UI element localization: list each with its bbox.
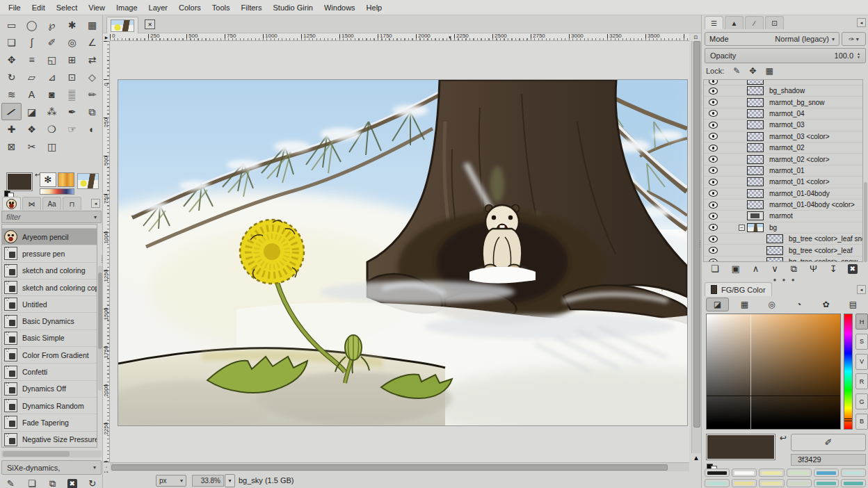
opacity-slider[interactable]: Opacity 100.0 ▲▼ — [705, 48, 866, 63]
bucket-fill-tool[interactable]: ◙ — [42, 86, 62, 103]
menu-file[interactable]: File — [3, 1, 26, 14]
dynamics-collection-select[interactable]: SiXe-dynamics, ▾ — [1, 460, 102, 475]
history-swatch[interactable] — [787, 479, 812, 487]
menu-select[interactable]: Select — [51, 1, 83, 14]
active-pattern-preview[interactable] — [58, 172, 74, 187]
zoom-dropdown-button[interactable]: ▾ — [225, 474, 235, 487]
dodge-burn-tool[interactable]: ◐ — [82, 120, 102, 138]
new-group-button[interactable]: ▣ — [730, 263, 742, 274]
visibility-eye-icon[interactable] — [709, 179, 718, 186]
navigation-button[interactable]: ▲ — [691, 453, 701, 462]
dynamics-item[interactable]: Fade Tapering — [2, 414, 97, 431]
cage-transform-tool[interactable]: ◇ — [82, 68, 102, 86]
dynamics-item[interactable]: Basic Dynamics — [2, 313, 97, 330]
tab-scales[interactable]: ▦ — [733, 298, 756, 311]
group-expander[interactable]: − — [739, 225, 745, 231]
lock-position-button[interactable]: ✥ — [749, 66, 756, 76]
visibility-eye-icon[interactable] — [709, 133, 718, 140]
layer-row[interactable]: marmot_02 — [704, 143, 862, 154]
hue-slider[interactable] — [844, 314, 853, 430]
handle-transform-tool[interactable]: ⊡ — [62, 68, 82, 86]
merge-down-button[interactable]: ↧ — [828, 263, 839, 274]
visibility-eye-icon[interactable] — [709, 190, 718, 197]
paintbrush-tool[interactable]: ∕ — [1, 103, 22, 120]
tab-paint-dynamics[interactable] — [2, 197, 21, 210]
eraser-tool[interactable]: ◪ — [22, 103, 42, 120]
panel-resize-grip[interactable]: ⋮⋮ — [697, 242, 703, 246]
history-swatch[interactable] — [814, 479, 839, 487]
foreground-color-swatch[interactable] — [6, 172, 33, 191]
v-ruler[interactable]: 02505007501000125015001750200022502500 — [103, 41, 110, 462]
dynamics-item[interactable]: Negative Size Pressure — [2, 432, 97, 448]
dynamics-item[interactable]: Untitled — [2, 296, 97, 313]
layer-mode-select[interactable]: Mode Normal (legacy) ▾ — [705, 32, 839, 46]
channel-h-button[interactable]: H — [855, 314, 868, 330]
gradient-tool[interactable]: ▒ — [62, 86, 82, 103]
tab-palette[interactable]: ✿ — [814, 298, 837, 311]
visibility-eye-icon[interactable] — [709, 167, 718, 174]
dock-menu-button[interactable]: ◂ — [857, 285, 866, 294]
dynamics-filter-input[interactable]: filter ▾ — [1, 211, 102, 223]
lock-pixels-button[interactable]: ✎ — [733, 66, 740, 76]
dock-menu-button[interactable]: ◂ — [857, 18, 866, 27]
history-swatch[interactable] — [759, 469, 784, 477]
delete-dynamics-button[interactable]: ✖ — [67, 479, 77, 488]
layer-row[interactable] — [704, 80, 862, 86]
visibility-eye-icon[interactable] — [709, 145, 718, 152]
foreground-select-tool[interactable]: ❏ — [1, 33, 22, 51]
dynamics-item[interactable]: Dynamics Off — [2, 381, 97, 398]
hex-input[interactable]: 3f3429 — [791, 454, 866, 466]
history-swatch[interactable] — [814, 469, 839, 477]
raise-layer-button[interactable]: ∧ — [750, 263, 762, 274]
dynamics-item[interactable]: pressure pen — [2, 245, 97, 262]
heal-tool[interactable]: ✚ — [1, 120, 22, 138]
zoom-level-input[interactable]: 33.8% — [192, 475, 224, 487]
text-tool[interactable]: A — [22, 86, 42, 103]
layer-row[interactable]: marmot_03 — [704, 120, 862, 131]
layer-row[interactable]: bg_tree <color>_leaf — [704, 245, 862, 256]
history-swatch[interactable] — [705, 479, 730, 487]
menu-studio-girin[interactable]: Studio Girin — [267, 1, 318, 14]
history-swatch[interactable] — [841, 469, 866, 477]
color-picker-tool[interactable]: ✐ — [42, 33, 62, 51]
menu-filters[interactable]: Filters — [236, 1, 268, 14]
tab-fgbg-color[interactable]: FG/BG Color — [705, 282, 772, 296]
new-layer-button[interactable]: ❏ — [709, 263, 721, 274]
seamless-clone-tool[interactable]: ⊠ — [1, 138, 22, 155]
tab-tool-presets[interactable]: ⊓ — [63, 197, 81, 210]
dynamics-item[interactable]: Basic Simple — [2, 330, 97, 347]
layer-row[interactable]: marmot_01-04body — [704, 188, 862, 200]
ink-tool[interactable]: ✒ — [62, 103, 82, 120]
shear-tool[interactable]: ▱ — [22, 68, 42, 86]
horizontal-scrollbar[interactable] — [110, 462, 689, 471]
history-swatch[interactable] — [732, 469, 757, 477]
pencil-tool[interactable]: ✏ — [82, 86, 102, 103]
layer-row[interactable]: marmot_01 <color> — [704, 177, 862, 188]
free-select-tool[interactable]: ℘ — [42, 16, 62, 33]
tab-dynamics[interactable]: ⊡ — [765, 16, 784, 29]
active-image-thumbnail[interactable] — [77, 173, 99, 189]
tab-watercolor[interactable]: ◎ — [760, 298, 783, 311]
history-swatch[interactable] — [759, 479, 784, 487]
history-swatch[interactable] — [841, 479, 866, 487]
layer-row[interactable]: bg_tree <color>_leaf snow — [704, 234, 862, 245]
layers-scrollbar[interactable] — [864, 182, 867, 262]
dynamics-item[interactable]: Aryeom pencil — [2, 229, 97, 245]
layer-row[interactable]: marmot_bg_snow — [704, 97, 862, 108]
active-gradient-preview[interactable] — [40, 188, 74, 195]
quick-mask-toggle[interactable]: ▫ — [103, 462, 110, 471]
layer-row[interactable]: marmot_04 — [704, 108, 862, 120]
visibility-eye-icon[interactable] — [709, 213, 718, 220]
channel-s-button[interactable]: S — [855, 334, 868, 350]
visibility-eye-icon[interactable] — [709, 110, 718, 117]
tab-gimp-picker[interactable]: ◪ — [706, 298, 729, 311]
channel-b-button[interactable]: B — [855, 414, 868, 430]
move-tool[interactable]: ✥ — [1, 51, 22, 68]
duplicate-layer-button[interactable]: ⧉ — [789, 263, 799, 274]
rotate-tool[interactable]: ↻ — [1, 68, 22, 86]
channel-g-button[interactable]: G — [855, 393, 868, 409]
visibility-eye-icon[interactable] — [709, 122, 718, 129]
select-by-color-tool[interactable]: ▦ — [82, 16, 102, 33]
channel-r-button[interactable]: R — [855, 373, 868, 389]
visibility-eye-icon[interactable] — [709, 236, 718, 243]
